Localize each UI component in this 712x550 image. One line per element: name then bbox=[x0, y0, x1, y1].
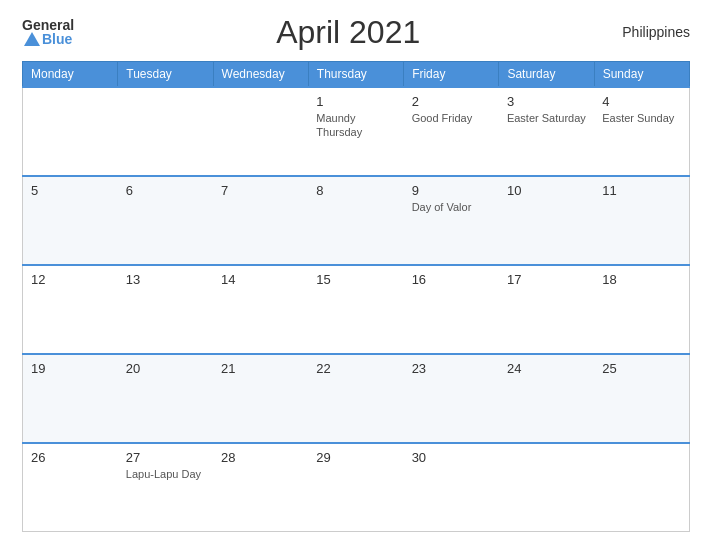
column-header-tuesday: Tuesday bbox=[118, 62, 213, 88]
month-title: April 2021 bbox=[74, 14, 622, 51]
calendar-cell: 15 bbox=[308, 265, 403, 354]
calendar-cell: 11 bbox=[594, 176, 689, 265]
calendar-cell: 28 bbox=[213, 443, 308, 532]
logo-general-text: General bbox=[22, 18, 74, 32]
calendar-cell: 6 bbox=[118, 176, 213, 265]
calendar-table: MondayTuesdayWednesdayThursdayFridaySatu… bbox=[22, 61, 690, 532]
calendar-cell: 20 bbox=[118, 354, 213, 443]
day-number: 3 bbox=[507, 94, 586, 109]
week-row-4: 19202122232425 bbox=[23, 354, 690, 443]
calendar-cell: 9Day of Valor bbox=[404, 176, 499, 265]
day-number: 24 bbox=[507, 361, 586, 376]
week-row-1: 1Maundy Thursday2Good Friday3Easter Satu… bbox=[23, 87, 690, 176]
holiday-name: Good Friday bbox=[412, 111, 491, 125]
calendar-cell bbox=[594, 443, 689, 532]
calendar-cell: 7 bbox=[213, 176, 308, 265]
calendar-cell: 17 bbox=[499, 265, 594, 354]
country-label: Philippines bbox=[622, 24, 690, 40]
calendar-cell: 23 bbox=[404, 354, 499, 443]
column-header-wednesday: Wednesday bbox=[213, 62, 308, 88]
day-number: 20 bbox=[126, 361, 205, 376]
calendar-cell: 18 bbox=[594, 265, 689, 354]
calendar-cell bbox=[499, 443, 594, 532]
calendar-cell: 24 bbox=[499, 354, 594, 443]
day-number: 18 bbox=[602, 272, 681, 287]
day-number: 12 bbox=[31, 272, 110, 287]
week-row-2: 56789Day of Valor1011 bbox=[23, 176, 690, 265]
logo-blue-part: Blue bbox=[22, 32, 74, 46]
calendar-cell bbox=[23, 87, 118, 176]
day-number: 23 bbox=[412, 361, 491, 376]
day-number: 4 bbox=[602, 94, 681, 109]
day-number: 27 bbox=[126, 450, 205, 465]
day-number: 16 bbox=[412, 272, 491, 287]
day-number: 15 bbox=[316, 272, 395, 287]
calendar-page: General Blue April 2021 Philippines Mond… bbox=[0, 0, 712, 550]
day-number: 6 bbox=[126, 183, 205, 198]
calendar-cell bbox=[213, 87, 308, 176]
day-number: 22 bbox=[316, 361, 395, 376]
column-header-sunday: Sunday bbox=[594, 62, 689, 88]
week-row-5: 2627Lapu-Lapu Day282930 bbox=[23, 443, 690, 532]
column-header-monday: Monday bbox=[23, 62, 118, 88]
calendar-header-row: MondayTuesdayWednesdayThursdayFridaySatu… bbox=[23, 62, 690, 88]
day-number: 9 bbox=[412, 183, 491, 198]
calendar-cell: 30 bbox=[404, 443, 499, 532]
holiday-name: Lapu-Lapu Day bbox=[126, 467, 205, 481]
calendar-cell: 3Easter Saturday bbox=[499, 87, 594, 176]
day-number: 2 bbox=[412, 94, 491, 109]
day-number: 17 bbox=[507, 272, 586, 287]
holiday-name: Day of Valor bbox=[412, 200, 491, 214]
calendar-cell: 12 bbox=[23, 265, 118, 354]
day-number: 8 bbox=[316, 183, 395, 198]
calendar-cell: 13 bbox=[118, 265, 213, 354]
calendar-cell: 29 bbox=[308, 443, 403, 532]
calendar-cell: 1Maundy Thursday bbox=[308, 87, 403, 176]
calendar-cell: 4Easter Sunday bbox=[594, 87, 689, 176]
header: General Blue April 2021 Philippines bbox=[22, 18, 690, 51]
calendar-cell: 10 bbox=[499, 176, 594, 265]
calendar-cell: 14 bbox=[213, 265, 308, 354]
holiday-name: Easter Sunday bbox=[602, 111, 681, 125]
calendar-cell: 16 bbox=[404, 265, 499, 354]
calendar-cell: 26 bbox=[23, 443, 118, 532]
calendar-cell: 21 bbox=[213, 354, 308, 443]
calendar-cell: 25 bbox=[594, 354, 689, 443]
day-number: 11 bbox=[602, 183, 681, 198]
column-header-saturday: Saturday bbox=[499, 62, 594, 88]
day-number: 14 bbox=[221, 272, 300, 287]
day-number: 5 bbox=[31, 183, 110, 198]
logo-blue-text: Blue bbox=[42, 32, 72, 46]
day-number: 13 bbox=[126, 272, 205, 287]
calendar-cell: 22 bbox=[308, 354, 403, 443]
day-number: 29 bbox=[316, 450, 395, 465]
day-number: 25 bbox=[602, 361, 681, 376]
week-row-3: 12131415161718 bbox=[23, 265, 690, 354]
calendar-cell: 5 bbox=[23, 176, 118, 265]
day-number: 21 bbox=[221, 361, 300, 376]
column-header-thursday: Thursday bbox=[308, 62, 403, 88]
day-number: 7 bbox=[221, 183, 300, 198]
day-number: 26 bbox=[31, 450, 110, 465]
day-number: 10 bbox=[507, 183, 586, 198]
logo-triangle-icon bbox=[24, 32, 40, 46]
column-header-friday: Friday bbox=[404, 62, 499, 88]
day-number: 1 bbox=[316, 94, 395, 109]
calendar-cell: 8 bbox=[308, 176, 403, 265]
holiday-name: Maundy Thursday bbox=[316, 111, 395, 140]
calendar-cell: 2Good Friday bbox=[404, 87, 499, 176]
calendar-cell bbox=[118, 87, 213, 176]
holiday-name: Easter Saturday bbox=[507, 111, 586, 125]
calendar-cell: 27Lapu-Lapu Day bbox=[118, 443, 213, 532]
day-number: 19 bbox=[31, 361, 110, 376]
day-number: 28 bbox=[221, 450, 300, 465]
logo: General Blue bbox=[22, 18, 74, 46]
day-number: 30 bbox=[412, 450, 491, 465]
calendar-cell: 19 bbox=[23, 354, 118, 443]
